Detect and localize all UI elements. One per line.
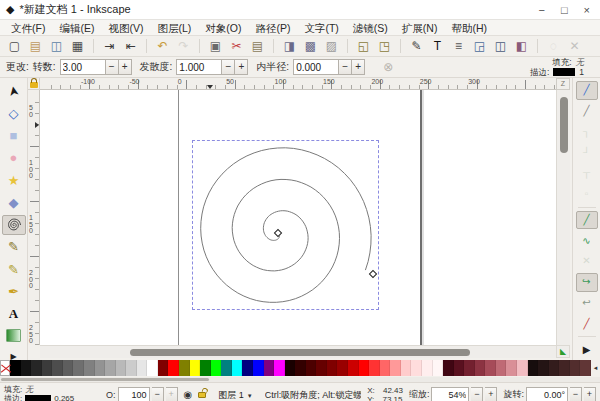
palette-scrollbar-thumb[interactable] [1,378,209,381]
menu-item-7[interactable]: 滤镜(S) [346,20,395,36]
snap-bounding-box-button[interactable]: ╱ [576,102,598,121]
divergence-increase-button[interactable]: + [235,59,248,75]
status-stroke-swatch[interactable] [25,395,51,401]
undo-button[interactable]: ↶ [153,37,172,55]
snap-path-intersections-button[interactable]: ✕ [576,252,598,271]
opacity-decrease-button[interactable]: − [152,387,164,401]
turns-increase-button[interactable]: + [119,59,132,75]
palette-swatch[interactable] [485,360,496,376]
selector-tool[interactable]: ➤ [2,81,26,101]
snap-bbox-edge-midpoints-button[interactable]: ┬ [576,164,598,183]
palette-swatch[interactable] [475,360,486,376]
divergence-input[interactable] [176,59,222,75]
palette-swatch[interactable] [559,360,570,376]
palette-swatch[interactable] [433,360,444,376]
ellipse-tool[interactable]: ● [2,148,26,168]
palette-swatch[interactable] [211,360,222,376]
palette-swatch[interactable] [105,360,116,376]
palette-swatch[interactable] [580,360,591,376]
menu-item-5[interactable]: 路径(P) [248,20,297,36]
menu-item-9[interactable]: 帮助(H) [444,20,494,36]
snap-bbox-centers-button[interactable]: ▫ [576,185,598,204]
palette-swatch[interactable] [422,360,433,376]
calligraphy-tool[interactable]: ✒ [2,281,26,301]
snap-cusp-nodes-button[interactable]: ↪ [576,273,598,292]
fill-stroke-dialog-button[interactable]: ✎ [407,37,426,55]
palette-swatch[interactable] [411,360,422,376]
rotation-increase-button[interactable]: + [584,387,596,401]
snap-smooth-nodes-button[interactable]: ↩ [576,294,598,313]
palette-swatch[interactable] [454,360,465,376]
palette-swatch[interactable] [190,360,201,376]
palette-swatch[interactable] [31,360,42,376]
import-button[interactable]: ⇥ [100,37,119,55]
palette-swatch[interactable] [21,360,32,376]
close-button[interactable]: × [584,1,590,19]
snap-bbox-corners-button[interactable]: ┘ [576,143,598,162]
save-button[interactable]: ◫ [47,37,66,55]
palette-swatch[interactable] [295,360,306,376]
zoom-decrease-button[interactable]: − [471,387,483,401]
pen-tool[interactable]: ✎ [2,259,26,279]
palette-swatch[interactable] [137,360,148,376]
color-managed-view-button[interactable]: ◣ [556,345,570,358]
new-document-button[interactable]: ▢ [5,37,24,55]
palette-swatch[interactable] [538,360,549,376]
layer-visibility-toggle[interactable]: ◉ [184,387,193,401]
horizontal-ruler[interactable]: -100-50050100150200250300 [40,78,556,90]
unlink-clone-button[interactable]: ▨ [322,37,341,55]
palette-swatch[interactable] [528,360,539,376]
open-file-button[interactable]: ▤ [26,37,45,55]
palette-swatch[interactable] [390,360,401,376]
palette-swatch[interactable] [168,360,179,376]
clone-button[interactable]: ▩ [301,37,320,55]
palette-swatch[interactable] [63,360,74,376]
palette-swatch[interactable] [359,360,370,376]
opacity-increase-button[interactable]: + [166,387,178,401]
menu-item-0[interactable]: 文件(F) [4,20,52,36]
vertical-scrollbar[interactable] [556,90,570,345]
minimize-button[interactable]: − [538,1,544,19]
align-dialog-button[interactable]: ◫ [491,37,510,55]
spiral-tool[interactable] [2,215,26,235]
menu-item-8[interactable]: 扩展(N) [395,20,445,36]
palette-swatch[interactable] [116,360,127,376]
palette-swatch[interactable] [84,360,95,376]
paste-button[interactable]: ▤ [248,37,267,55]
menu-item-3[interactable]: 图层(L) [150,20,198,36]
palette-swatch[interactable] [147,360,158,376]
horizontal-scrollbar-thumb[interactable] [130,349,470,356]
snap-bbox-edges-button[interactable]: ┐ [576,123,598,142]
group-button[interactable]: ◱ [354,37,373,55]
layers-dialog-button[interactable]: ≡ [449,37,468,55]
stroke-color-swatch[interactable] [553,68,575,76]
palette-swatch[interactable] [179,360,190,376]
palette-swatch[interactable] [274,360,285,376]
no-color-swatch[interactable] [0,360,10,376]
palette-swatch[interactable] [570,360,581,376]
duplicate-button[interactable]: ◨ [280,37,299,55]
current-style-indicator[interactable]: 填充: 无 描边: 1 [530,57,584,77]
snap-midpoints-button[interactable]: ╱ [576,314,598,333]
canvas[interactable] [40,90,556,345]
palette-swatch[interactable] [42,360,53,376]
zoom-input[interactable] [431,387,469,401]
preferences-button[interactable]: ✕ [565,37,584,55]
palette-swatch[interactable] [126,360,137,376]
rotation-decrease-button[interactable]: − [570,387,582,401]
document-properties-button[interactable]: ◧ [512,37,531,55]
rotation-input[interactable] [526,387,568,401]
copy-button[interactable]: ▣ [206,37,225,55]
turns-decrease-button[interactable]: − [106,59,119,75]
palette-swatch[interactable] [496,360,507,376]
palette-swatch[interactable] [316,360,327,376]
layer-lock-toggle[interactable] [198,387,206,401]
snap-nodes-button[interactable]: ╱ [576,211,598,230]
palette-swatch[interactable] [464,360,475,376]
print-button[interactable]: ▦ [68,37,87,55]
palette-swatch[interactable] [73,360,84,376]
fill-stroke-status[interactable]: 填充: 无 描边: 0.265 [4,385,100,401]
snapbar-expand-button[interactable]: ▶ [576,340,598,359]
palette-swatch[interactable] [242,360,253,376]
menu-item-1[interactable]: 编辑(E) [52,20,101,36]
